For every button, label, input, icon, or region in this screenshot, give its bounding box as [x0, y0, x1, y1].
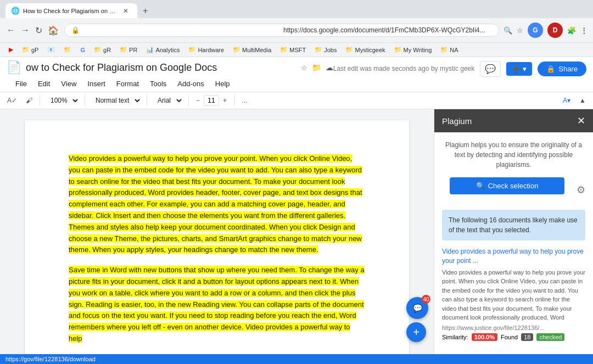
- chevron-icon: ▾: [523, 65, 527, 73]
- star-icon[interactable]: ☆: [301, 64, 307, 72]
- toolbar-divider-1: [40, 95, 40, 106]
- check-btn-row: 🔍 Check selection ⚙: [442, 177, 585, 202]
- more-options-btn[interactable]: ...: [239, 95, 250, 106]
- comment-btn[interactable]: 💬: [480, 61, 501, 77]
- similarity-badge: 100.0%: [472, 333, 497, 341]
- toolbar: A✓ 🖌 100% Normal text Arial − + ... A▾ ▲: [0, 92, 593, 109]
- browser-chrome: 🌐 How to Check for Plagiarism on Google …: [0, 0, 593, 57]
- browser-tab[interactable]: 🌐 How to Check for Plagiarism on Google …: [5, 3, 137, 18]
- extensions-icon[interactable]: 🧩: [567, 26, 576, 35]
- toolbar-divider-5: [234, 95, 234, 106]
- collapse-toolbar-btn[interactable]: ▲: [577, 95, 589, 106]
- main-area: Video provides a powerful way to help yo…: [0, 109, 593, 364]
- checked-badge: checked: [536, 333, 564, 341]
- forward-btn[interactable]: →: [20, 24, 31, 36]
- font-size-increase-btn[interactable]: +: [220, 95, 230, 106]
- zoom-select[interactable]: 100%: [44, 94, 80, 107]
- doc-paragraph-1: Video provides a powerful way to help yo…: [69, 153, 365, 256]
- settings-btn[interactable]: ⚙: [577, 184, 585, 196]
- menu-format[interactable]: Format: [112, 78, 143, 89]
- menu-file[interactable]: File: [11, 78, 31, 89]
- add-image-btn[interactable]: ➕ ▾: [506, 62, 532, 76]
- reload-btn[interactable]: ↻: [34, 24, 43, 37]
- result-link[interactable]: Video provides a powerful way to help yo…: [442, 247, 585, 266]
- back-btn[interactable]: ←: [5, 24, 16, 36]
- bookmark-gr[interactable]: 📁gR: [91, 45, 114, 54]
- bookmark-mywriting[interactable]: 📁My Writing: [391, 45, 435, 54]
- bookmark-youtube[interactable]: ▶: [5, 45, 16, 54]
- font-select[interactable]: Arial: [152, 94, 184, 107]
- bookmark-gp[interactable]: 📁gP: [19, 45, 42, 54]
- font-size-input[interactable]: [204, 95, 219, 106]
- bookmark-star-icon[interactable]: ☆: [517, 26, 523, 35]
- lock-icon: 🔒: [71, 26, 280, 34]
- check-selection-btn[interactable]: 🔍 Check selection: [450, 177, 564, 194]
- spell-check-btn[interactable]: A✓: [4, 95, 20, 106]
- menu-addons[interactable]: Add-ons: [173, 78, 208, 89]
- bookmark-multimedia[interactable]: 📁MultiMedia: [230, 45, 275, 54]
- style-select[interactable]: Normal text: [89, 94, 142, 107]
- highlighted-text-1: Video provides a powerful way to help yo…: [69, 154, 362, 254]
- paint-format-btn[interactable]: 🖌: [23, 95, 35, 106]
- menu-insert[interactable]: Insert: [83, 78, 110, 89]
- menu-help[interactable]: Help: [211, 78, 234, 89]
- share-btn[interactable]: 🔒 Share: [538, 61, 586, 76]
- bookmark-analytics[interactable]: 📊Analytics: [143, 45, 183, 54]
- bookmark-msft[interactable]: 📁MSFT: [277, 45, 309, 54]
- add-fab-btn[interactable]: +: [406, 322, 426, 342]
- bottom-status-bar: https://gov/file/1228136/download: [0, 354, 593, 364]
- highlighted-text-2: Save time in Word with new buttons that …: [69, 266, 365, 343]
- move-icon[interactable]: 📁: [312, 63, 321, 72]
- lock-share-icon: 🔒: [546, 65, 555, 73]
- chat-fab-btn[interactable]: 💬 40: [406, 297, 428, 319]
- bookmark-pr[interactable]: 📁PR: [116, 45, 141, 54]
- menu-edit[interactable]: Edit: [33, 78, 54, 89]
- font-size-decrease-btn[interactable]: −: [193, 95, 203, 106]
- bookmark-gmail[interactable]: 📧: [44, 45, 58, 54]
- bookmark-folder2[interactable]: 📁: [60, 45, 75, 54]
- result-item-1: Video provides a powerful way to help yo…: [442, 247, 585, 341]
- bookmark-hardware[interactable]: 📁Hardware: [185, 45, 227, 54]
- home-btn[interactable]: 🏠: [47, 24, 60, 37]
- formatting-color-btn[interactable]: A▾: [560, 95, 573, 106]
- address-bar[interactable]: 🔒 https://docs.google.com/document/d/1Fm…: [64, 24, 499, 37]
- search-icon[interactable]: 🔍: [504, 26, 512, 35]
- menu-bar: File Edit View Insert Format Tools Add-o…: [7, 77, 586, 92]
- menu-dots-icon[interactable]: ⋮: [580, 26, 588, 35]
- plagium-sidebar: Plagium ✕ Plagium helps you to ensure th…: [434, 109, 593, 364]
- add-icon: ➕: [512, 65, 521, 73]
- result-notice: The following 16 documents likely make u…: [442, 210, 585, 240]
- user-avatar[interactable]: D: [547, 23, 563, 38]
- search-check-icon: 🔍: [476, 182, 485, 190]
- toolbar-divider-3: [147, 95, 147, 106]
- sidebar-header: Plagium ✕: [434, 109, 593, 132]
- url-text: https://docs.google.com/document/d/1FmCM…: [283, 26, 492, 34]
- font-size-controls: − +: [193, 95, 230, 106]
- docs-logo: 📄: [7, 60, 21, 75]
- new-tab-btn[interactable]: +: [138, 4, 152, 18]
- menu-tools[interactable]: Tools: [146, 78, 171, 89]
- tab-title: How to Check for Plagiarism on Google Do…: [23, 8, 120, 14]
- sidebar-close-btn[interactable]: ✕: [577, 115, 585, 127]
- doc-page: Video provides a powerful way to help yo…: [25, 120, 409, 364]
- bookmark-mysticgeek[interactable]: 📁Mysticgeek: [342, 45, 388, 54]
- tab-close-icon[interactable]: ✕: [123, 7, 128, 15]
- docs-interface: 📄 ow to Check for Plagiarism on Google D…: [0, 57, 593, 109]
- chat-badge: 40: [422, 295, 430, 304]
- toolbar-divider-2: [85, 95, 85, 106]
- doc-paragraph-2: Save time in Word with new buttons that …: [69, 265, 365, 345]
- similarity-label: Similarity:: [442, 334, 468, 340]
- bookmark-na[interactable]: 📁NA: [437, 45, 461, 54]
- sidebar-title: Plagium: [442, 116, 472, 126]
- doc-area[interactable]: Video provides a powerful way to help yo…: [0, 109, 434, 364]
- result-badges: Similarity: 100.0% Found 18 checked: [442, 333, 585, 341]
- sidebar-content: Plagium helps you to ensure the original…: [434, 132, 593, 364]
- bookmark-g[interactable]: G: [77, 46, 88, 54]
- menu-view[interactable]: View: [57, 78, 81, 89]
- bottom-url-text: https://gov/file/1228136/download: [5, 356, 96, 362]
- google-account-avatar[interactable]: G: [528, 23, 543, 38]
- cloud-icon[interactable]: ☁: [326, 63, 333, 72]
- found-label: Found: [501, 334, 518, 340]
- found-badge: 18: [521, 333, 533, 341]
- bookmark-jobs[interactable]: 📁Jobs: [311, 45, 340, 54]
